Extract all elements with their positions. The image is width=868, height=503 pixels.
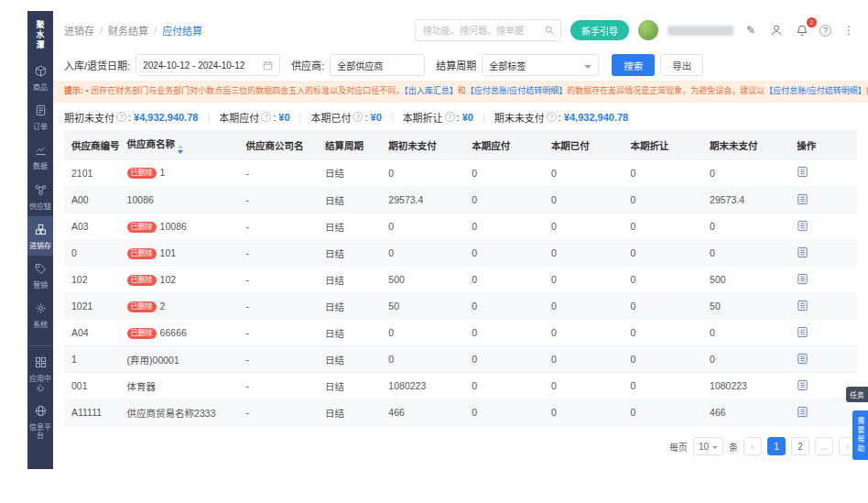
- row-detail-button[interactable]: [797, 379, 808, 393]
- task-floating-button[interactable]: 任务: [846, 387, 868, 402]
- info-icon[interactable]: ?: [116, 112, 126, 122]
- info-icon[interactable]: ?: [353, 112, 363, 122]
- sidebar-item-grid[interactable]: 应用中心: [27, 345, 53, 397]
- row-detail-button[interactable]: [797, 273, 808, 287]
- chevron-down-icon: [584, 65, 591, 72]
- deleted-badge: 已删除: [127, 248, 157, 259]
- column-label: 本期应付: [472, 140, 510, 151]
- cell-payable: 0: [464, 240, 544, 267]
- sidebar-item-label: 商品: [32, 83, 49, 92]
- page-button[interactable]: 1: [767, 437, 786, 455]
- cell-payable: 0: [464, 267, 544, 293]
- sidebar-item-gear[interactable]: 系统: [27, 295, 53, 334]
- summary-label: 本期应付: [219, 110, 259, 125]
- cell-opening: 0: [381, 160, 464, 187]
- cell-opening: 466: [381, 399, 464, 426]
- sidebar-item-label: 供应链: [28, 202, 52, 211]
- row-detail-button[interactable]: [797, 246, 808, 260]
- cell-paid: 0: [544, 320, 624, 346]
- prev-page-button[interactable]: ‹: [743, 437, 762, 455]
- cell-payable: 0: [464, 320, 544, 346]
- notice-link[interactable]: 【应付总账/应付结转明细】: [466, 86, 568, 95]
- row-detail-button[interactable]: [797, 193, 808, 207]
- page-button[interactable]: 2: [791, 437, 809, 455]
- newbie-guide-button[interactable]: 新手引导: [570, 20, 629, 40]
- detail-icon: [797, 246, 808, 260]
- sidebar-item-label: 应用中心: [27, 375, 53, 391]
- help-icon[interactable]: ?: [819, 25, 831, 37]
- info-icon[interactable]: ?: [547, 112, 557, 122]
- info-icon[interactable]: ?: [261, 112, 271, 122]
- sidebar-item-cube[interactable]: 商品: [27, 58, 53, 97]
- info-icon[interactable]: ?: [445, 112, 455, 122]
- detail-icon: [797, 300, 808, 313]
- cell-cycle: 日结: [318, 373, 381, 399]
- row-detail-button[interactable]: [797, 406, 808, 420]
- summary-bar: 期初未支付?:¥4,932,940.78|本期应付?:¥0|本期已付?:¥0|本…: [53, 103, 868, 130]
- cell-discount: 0: [623, 187, 702, 213]
- sidebar-item-chain[interactable]: 供应链: [27, 177, 53, 216]
- more-icon[interactable]: ⋮: [841, 22, 857, 38]
- per-page-unit: 条: [729, 440, 738, 454]
- cube-icon: [35, 64, 47, 81]
- cell-discount: 0: [623, 320, 702, 346]
- cell-opening: 0: [381, 320, 464, 346]
- cell-cycle: 日结: [318, 187, 381, 213]
- breadcrumb-item[interactable]: 财务结算: [108, 23, 148, 38]
- pagination: 每页10条‹12…›: [53, 426, 868, 455]
- cell-payable: 0: [464, 346, 544, 373]
- cell-operation: [789, 160, 857, 187]
- cell-paid: 0: [544, 213, 624, 240]
- supplier-filter-label: 供应商:: [291, 58, 324, 72]
- date-range-value: 2024-10-12 - 2024-10-12: [143, 60, 244, 71]
- table-row: 102已删除102-日结500000500: [64, 267, 857, 293]
- column-header: 操作: [789, 130, 857, 160]
- column-header: 供应商编号: [64, 130, 120, 160]
- cell-closing: 0: [702, 160, 789, 187]
- notice-link[interactable]: 【应付总账/应付结转明细】: [765, 86, 866, 95]
- notification-icon[interactable]: 2: [794, 22, 810, 38]
- row-detail-button[interactable]: [797, 353, 808, 366]
- sidebar-item-globe[interactable]: 信息平台: [27, 398, 53, 445]
- sort-icon: [178, 145, 183, 154]
- row-detail-button[interactable]: [797, 326, 808, 340]
- account-icon[interactable]: [768, 22, 785, 38]
- cell-code: 102: [64, 267, 120, 293]
- sidebar-item-tag[interactable]: 营销: [27, 256, 53, 295]
- date-range-input[interactable]: 2024-10-12 - 2024-10-12: [136, 54, 280, 76]
- row-detail-button[interactable]: [797, 166, 808, 180]
- summary-value: ¥4,932,940.78: [564, 112, 628, 123]
- avatar[interactable]: [638, 20, 658, 40]
- cycle-select[interactable]: 全部标签: [482, 54, 599, 76]
- notice-link[interactable]: 【出入库汇总】: [404, 86, 458, 95]
- export-button[interactable]: 导出: [660, 54, 703, 76]
- supplier-input[interactable]: 全部供应商: [330, 54, 425, 76]
- sidebar-item-inventory[interactable]: 进销存: [27, 216, 53, 256]
- cell-payable: 0: [464, 399, 544, 426]
- per-page-select[interactable]: 10: [693, 437, 723, 455]
- cell-discount: 0: [623, 399, 702, 426]
- column-header[interactable]: 供应商名称: [120, 130, 239, 160]
- column-label: 供应商名称: [127, 138, 176, 149]
- row-detail-button[interactable]: [797, 300, 808, 313]
- cell-operation: [789, 346, 857, 373]
- supplier-name: 2: [160, 301, 166, 312]
- ellipsis-page-button[interactable]: …: [815, 437, 833, 455]
- cell-cycle: 日结: [318, 267, 381, 293]
- chevron-down-icon: [712, 446, 718, 452]
- company-name-masked: [667, 26, 733, 36]
- grid-icon: [35, 355, 47, 372]
- search-input[interactable]: [423, 26, 544, 36]
- cell-discount: 0: [623, 267, 702, 293]
- breadcrumb-item[interactable]: 进销存: [64, 23, 94, 38]
- row-detail-button[interactable]: [797, 220, 808, 234]
- edit-icon[interactable]: ✎: [743, 22, 759, 38]
- search-button[interactable]: 搜索: [612, 54, 655, 76]
- cell-discount: 0: [623, 346, 702, 373]
- search-icon[interactable]: [544, 25, 555, 36]
- help-floating-button[interactable]: 需要帮助: [852, 410, 868, 460]
- cell-closing: 29573.4: [702, 187, 789, 213]
- global-search-box[interactable]: [415, 19, 561, 41]
- sidebar-item-order[interactable]: 订单: [27, 97, 53, 137]
- sidebar-item-chart[interactable]: 数据: [27, 137, 53, 176]
